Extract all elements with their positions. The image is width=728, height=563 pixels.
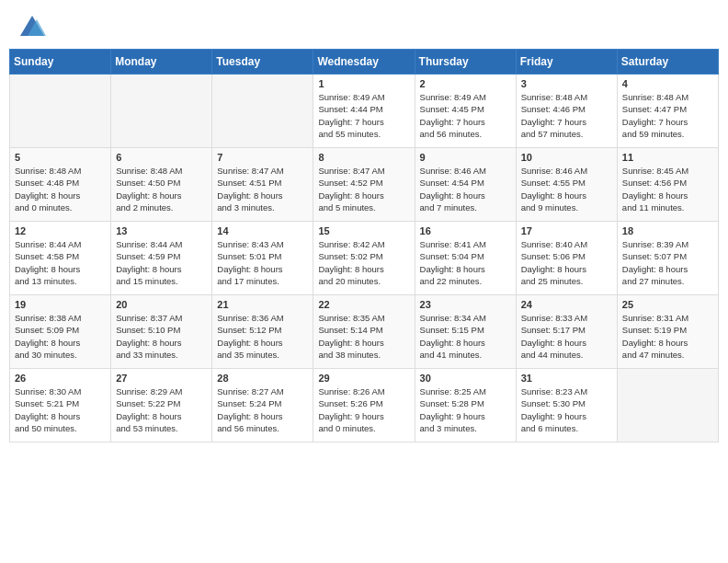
- calendar-cell: 30Sunrise: 8:25 AM Sunset: 5:28 PM Dayli…: [415, 369, 516, 442]
- day-number: 1: [318, 78, 409, 89]
- week-row-3: 12Sunrise: 8:44 AM Sunset: 4:58 PM Dayli…: [10, 222, 719, 295]
- calendar-cell: 4Sunrise: 8:48 AM Sunset: 4:47 PM Daylig…: [617, 75, 718, 148]
- calendar-cell: 9Sunrise: 8:46 AM Sunset: 4:54 PM Daylig…: [415, 148, 516, 222]
- day-number: 21: [217, 299, 308, 310]
- weekday-header-friday: Friday: [516, 50, 617, 75]
- day-info: Sunrise: 8:48 AM Sunset: 4:46 PM Dayligh…: [521, 91, 612, 140]
- calendar-cell: 2Sunrise: 8:49 AM Sunset: 4:45 PM Daylig…: [415, 75, 516, 148]
- day-info: Sunrise: 8:47 AM Sunset: 4:52 PM Dayligh…: [318, 165, 409, 213]
- day-number: 30: [420, 373, 511, 384]
- day-info: Sunrise: 8:39 AM Sunset: 5:07 PM Dayligh…: [622, 238, 713, 287]
- page-header: [0, 0, 728, 49]
- day-number: 15: [318, 225, 409, 236]
- day-info: Sunrise: 8:46 AM Sunset: 4:55 PM Dayligh…: [521, 165, 612, 213]
- day-number: 22: [318, 299, 409, 310]
- day-number: 28: [217, 373, 308, 384]
- weekday-header-wednesday: Wednesday: [313, 50, 415, 75]
- day-number: 7: [217, 152, 308, 163]
- day-number: 18: [622, 225, 713, 236]
- week-row-1: 1Sunrise: 8:49 AM Sunset: 4:44 PM Daylig…: [10, 75, 719, 148]
- day-number: 31: [521, 373, 612, 384]
- day-info: Sunrise: 8:47 AM Sunset: 4:51 PM Dayligh…: [217, 165, 308, 213]
- calendar-cell: 7Sunrise: 8:47 AM Sunset: 4:51 PM Daylig…: [212, 148, 313, 222]
- day-number: 17: [521, 225, 612, 236]
- logo-icon: [18, 14, 46, 40]
- day-number: 24: [521, 299, 612, 310]
- calendar-cell: 6Sunrise: 8:48 AM Sunset: 4:50 PM Daylig…: [111, 148, 212, 222]
- day-number: 8: [318, 152, 409, 163]
- calendar-cell: 24Sunrise: 8:33 AM Sunset: 5:17 PM Dayli…: [516, 295, 617, 369]
- weekday-header-sunday: Sunday: [10, 50, 111, 75]
- calendar-cell: 26Sunrise: 8:30 AM Sunset: 5:21 PM Dayli…: [10, 369, 111, 442]
- day-number: 6: [116, 152, 207, 163]
- day-info: Sunrise: 8:33 AM Sunset: 5:17 PM Dayligh…: [521, 312, 612, 361]
- calendar-cell: 14Sunrise: 8:43 AM Sunset: 5:01 PM Dayli…: [212, 222, 313, 295]
- calendar-cell: 16Sunrise: 8:41 AM Sunset: 5:04 PM Dayli…: [415, 222, 516, 295]
- calendar-cell: 12Sunrise: 8:44 AM Sunset: 4:58 PM Dayli…: [10, 222, 111, 295]
- day-info: Sunrise: 8:45 AM Sunset: 4:56 PM Dayligh…: [622, 165, 713, 213]
- weekday-header-thursday: Thursday: [415, 50, 516, 75]
- day-info: Sunrise: 8:27 AM Sunset: 5:24 PM Dayligh…: [217, 385, 308, 434]
- day-info: Sunrise: 8:30 AM Sunset: 5:21 PM Dayligh…: [15, 385, 106, 434]
- day-number: 3: [521, 78, 612, 89]
- week-row-5: 26Sunrise: 8:30 AM Sunset: 5:21 PM Dayli…: [10, 369, 719, 442]
- day-number: 12: [15, 225, 106, 236]
- calendar-cell: 5Sunrise: 8:48 AM Sunset: 4:48 PM Daylig…: [10, 148, 111, 222]
- day-number: 26: [15, 373, 106, 384]
- calendar-cell: 22Sunrise: 8:35 AM Sunset: 5:14 PM Dayli…: [313, 295, 415, 369]
- day-info: Sunrise: 8:25 AM Sunset: 5:28 PM Dayligh…: [420, 385, 511, 434]
- calendar-cell: [212, 75, 313, 148]
- calendar-table: SundayMondayTuesdayWednesdayThursdayFrid…: [9, 49, 719, 442]
- calendar-cell: 25Sunrise: 8:31 AM Sunset: 5:19 PM Dayli…: [617, 295, 718, 369]
- day-number: 10: [521, 152, 612, 163]
- day-info: Sunrise: 8:34 AM Sunset: 5:15 PM Dayligh…: [420, 312, 511, 361]
- day-number: 27: [116, 373, 207, 384]
- calendar-cell: 21Sunrise: 8:36 AM Sunset: 5:12 PM Dayli…: [212, 295, 313, 369]
- day-info: Sunrise: 8:48 AM Sunset: 4:48 PM Dayligh…: [15, 165, 106, 213]
- calendar-cell: 8Sunrise: 8:47 AM Sunset: 4:52 PM Daylig…: [313, 148, 415, 222]
- calendar-cell: 10Sunrise: 8:46 AM Sunset: 4:55 PM Dayli…: [516, 148, 617, 222]
- weekday-header-tuesday: Tuesday: [212, 50, 313, 75]
- calendar-cell: 13Sunrise: 8:44 AM Sunset: 4:59 PM Dayli…: [111, 222, 212, 295]
- calendar-cell: 3Sunrise: 8:48 AM Sunset: 4:46 PM Daylig…: [516, 75, 617, 148]
- day-info: Sunrise: 8:36 AM Sunset: 5:12 PM Dayligh…: [217, 312, 308, 361]
- day-info: Sunrise: 8:48 AM Sunset: 4:47 PM Dayligh…: [622, 91, 713, 140]
- day-info: Sunrise: 8:49 AM Sunset: 4:44 PM Dayligh…: [318, 91, 409, 140]
- week-row-4: 19Sunrise: 8:38 AM Sunset: 5:09 PM Dayli…: [10, 295, 719, 369]
- day-info: Sunrise: 8:43 AM Sunset: 5:01 PM Dayligh…: [217, 238, 308, 287]
- weekday-header-monday: Monday: [111, 50, 212, 75]
- day-info: Sunrise: 8:48 AM Sunset: 4:50 PM Dayligh…: [116, 165, 207, 213]
- day-info: Sunrise: 8:29 AM Sunset: 5:22 PM Dayligh…: [116, 385, 207, 434]
- calendar-cell: 11Sunrise: 8:45 AM Sunset: 4:56 PM Dayli…: [617, 148, 718, 222]
- day-number: 16: [420, 225, 511, 236]
- day-info: Sunrise: 8:42 AM Sunset: 5:02 PM Dayligh…: [318, 238, 409, 287]
- day-number: 20: [116, 299, 207, 310]
- day-number: 4: [622, 78, 713, 89]
- day-info: Sunrise: 8:26 AM Sunset: 5:26 PM Dayligh…: [318, 385, 409, 434]
- calendar-cell: 18Sunrise: 8:39 AM Sunset: 5:07 PM Dayli…: [617, 222, 718, 295]
- logo: [18, 14, 50, 40]
- day-info: Sunrise: 8:23 AM Sunset: 5:30 PM Dayligh…: [521, 385, 612, 434]
- week-row-2: 5Sunrise: 8:48 AM Sunset: 4:48 PM Daylig…: [10, 148, 719, 222]
- calendar-cell: [617, 369, 718, 442]
- calendar-cell: 17Sunrise: 8:40 AM Sunset: 5:06 PM Dayli…: [516, 222, 617, 295]
- day-number: 13: [116, 225, 207, 236]
- day-number: 29: [318, 373, 409, 384]
- day-number: 23: [420, 299, 511, 310]
- weekday-header-saturday: Saturday: [617, 50, 718, 75]
- day-number: 9: [420, 152, 511, 163]
- day-info: Sunrise: 8:46 AM Sunset: 4:54 PM Dayligh…: [420, 165, 511, 213]
- calendar-cell: 29Sunrise: 8:26 AM Sunset: 5:26 PM Dayli…: [313, 369, 415, 442]
- day-number: 5: [15, 152, 106, 163]
- calendar-cell: [10, 75, 111, 148]
- calendar-cell: 27Sunrise: 8:29 AM Sunset: 5:22 PM Dayli…: [111, 369, 212, 442]
- day-info: Sunrise: 8:44 AM Sunset: 4:58 PM Dayligh…: [15, 238, 106, 287]
- day-info: Sunrise: 8:49 AM Sunset: 4:45 PM Dayligh…: [420, 91, 511, 140]
- day-info: Sunrise: 8:41 AM Sunset: 5:04 PM Dayligh…: [420, 238, 511, 287]
- day-info: Sunrise: 8:44 AM Sunset: 4:59 PM Dayligh…: [116, 238, 207, 287]
- calendar-cell: 1Sunrise: 8:49 AM Sunset: 4:44 PM Daylig…: [313, 75, 415, 148]
- day-number: 11: [622, 152, 713, 163]
- day-info: Sunrise: 8:31 AM Sunset: 5:19 PM Dayligh…: [622, 312, 713, 361]
- day-info: Sunrise: 8:37 AM Sunset: 5:10 PM Dayligh…: [116, 312, 207, 361]
- day-number: 19: [15, 299, 106, 310]
